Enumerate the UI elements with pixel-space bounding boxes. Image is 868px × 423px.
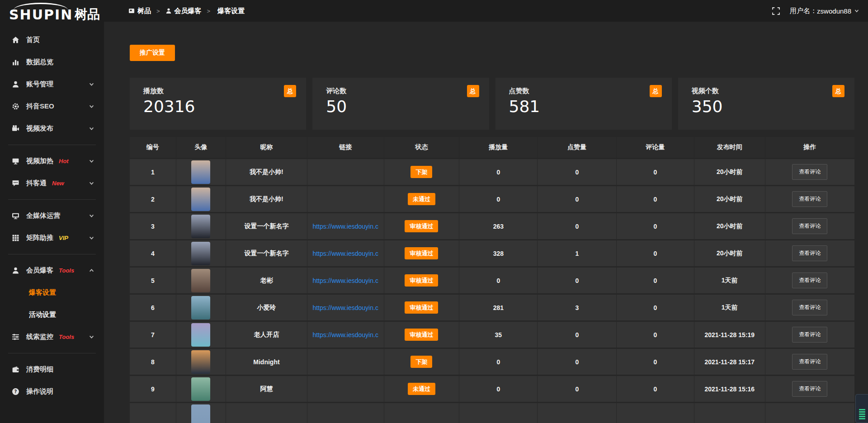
chevron-down-icon [89, 104, 94, 109]
question-circle-icon: ? [12, 388, 19, 395]
plays-cell: 0 [459, 268, 538, 293]
sidebar-item[interactable]: 抖音SEO [0, 95, 104, 118]
chevron-down-icon [854, 9, 859, 13]
stat-value: 50 [326, 97, 478, 116]
view-comments-button[interactable]: 查看评论 [792, 381, 827, 397]
sidebar-item[interactable]: 消费明细 [0, 358, 104, 381]
likes-cell: 0 [538, 186, 617, 212]
row-number-cell: 1 [130, 159, 176, 185]
view-comments-button[interactable]: 查看评论 [792, 354, 827, 370]
comments-cell: 0 [617, 376, 694, 402]
sidebar-item-label: 矩阵助推 [26, 234, 53, 242]
sidebar-item[interactable]: 线索监控Tools [0, 326, 104, 348]
total-badge: 总 [467, 85, 479, 97]
sidebar-item[interactable]: 数据总览 [0, 51, 104, 73]
nickname-cell: 设置一个新名字 [226, 213, 307, 239]
view-comments-button[interactable]: 查看评论 [792, 245, 827, 261]
likes-cell: 3 [538, 295, 617, 320]
promo-settings-button[interactable]: 推广设置 [130, 45, 175, 61]
sidebar-item[interactable]: 矩阵助推VIP [0, 227, 104, 249]
sidebar-item[interactable]: 账号管理 [0, 73, 104, 95]
action-cell: 查看评论 [765, 213, 854, 239]
bar-chart-icon [12, 58, 19, 66]
table-row: 5老彬https://www.iesdouyin.c审核通过0001天前查看评论 [130, 266, 854, 293]
sidebar-item[interactable]: 会员爆客Tools [0, 259, 104, 282]
link-cell [307, 159, 384, 185]
avatar-cell [176, 268, 226, 293]
wallet-icon [12, 366, 19, 373]
sidebar-item-badge: VIP [59, 235, 68, 241]
view-comments-button[interactable]: 查看评论 [792, 218, 827, 234]
view-comments-button[interactable]: 查看评论 [792, 191, 827, 207]
sidebar-subitem[interactable]: 活动设置 [0, 304, 104, 326]
sidebar-item-label: 首页 [26, 36, 40, 44]
table-row: 2我不是小帅!未通过00020小时前查看评论 [130, 185, 854, 212]
nickname-cell: 阿慧 [226, 376, 307, 402]
home-icon [12, 36, 19, 44]
tv-icon [12, 157, 19, 165]
status-badge: 审核通过 [405, 301, 438, 314]
avatar-cell [176, 322, 226, 348]
avatar-cell [176, 295, 226, 320]
likes-cell: 0 [538, 213, 617, 239]
sidebar-item[interactable]: 视频加热Hot [0, 150, 104, 172]
sidebar-item[interactable]: 全媒体运营 [0, 205, 104, 227]
user-icon [12, 267, 19, 274]
view-comments-button[interactable]: 查看评论 [792, 300, 827, 315]
sidebar-subitem[interactable]: 爆客设置 [0, 282, 104, 304]
main-content: 推广设置 播放数20316总评论数50总点赞数581总视频个数350总 编号头像… [104, 0, 868, 423]
video-link[interactable]: https://www.iesdouyin.c [312, 223, 378, 230]
sidebar-nav: 首页数据总览账号管理抖音SEO视频发布视频加热Hot抖客通New全媒体运营矩阵助… [0, 29, 104, 403]
fullscreen-icon[interactable] [772, 7, 780, 15]
status-cell: 未通过 [384, 186, 460, 212]
likes-cell: 0 [538, 159, 617, 185]
avatar-cell [176, 349, 226, 375]
row-number-cell: 2 [130, 186, 176, 212]
sidebar-item[interactable]: 抖客通New [0, 172, 104, 194]
sidebar-item[interactable]: 首页 [0, 29, 104, 51]
video-link[interactable]: https://www.iesdouyin.c [312, 250, 378, 257]
publish-time-cell: 20小时前 [694, 240, 765, 266]
stats-row: 播放数20316总评论数50总点赞数581总视频个数350总 [130, 78, 854, 130]
plays-cell: 281 [459, 295, 538, 320]
status-cell: 未通过 [384, 376, 460, 402]
breadcrumb-item-member[interactable]: 会员爆客 [165, 7, 202, 15]
table-header-cell: 点赞量 [538, 137, 617, 158]
comments-cell: 0 [617, 349, 694, 375]
breadcrumb-item-shupin[interactable]: 树品 [128, 7, 151, 15]
avatar-cell [176, 186, 226, 212]
plays-cell: 0 [459, 159, 538, 185]
link-cell: https://www.iesdouyin.c [307, 322, 384, 348]
action-cell: 查看评论 [765, 186, 854, 212]
link-cell: https://www.iesdouyin.c [307, 213, 384, 239]
plays-cell: 0 [459, 186, 538, 212]
video-link[interactable]: https://www.iesdouyin.c [312, 304, 378, 311]
plays-cell: 0 [459, 349, 538, 375]
view-comments-button[interactable]: 查看评论 [792, 164, 827, 180]
table-row: 6小爱玲https://www.iesdouyin.c审核通过281301天前查… [130, 293, 854, 320]
video-link[interactable]: https://www.iesdouyin.c [312, 277, 378, 284]
status-badge: 审核通过 [405, 329, 438, 341]
sidebar-item[interactable]: 视频发布 [0, 118, 104, 140]
stat-label: 点赞数 [509, 87, 661, 95]
publish-time-cell [694, 403, 765, 423]
floating-toolbar-widget[interactable] [855, 394, 868, 423]
sidebar-item[interactable]: ?操作说明 [0, 381, 104, 403]
stat-label: 评论数 [326, 87, 478, 95]
publish-time-cell: 1天前 [694, 295, 765, 320]
user-menu[interactable]: 用户名： zswodun88 [790, 7, 859, 15]
nickname-cell: 小爱玲 [226, 295, 307, 320]
video-link[interactable]: https://www.iesdouyin.c [312, 331, 378, 338]
table-row: 3设置一个新名字https://www.iesdouyin.c审核通过26300… [130, 212, 854, 239]
sidebar-divider [0, 194, 104, 205]
chevron-down-icon [89, 334, 94, 339]
sidebar-item-label: 操作说明 [26, 387, 53, 396]
avatar-cell [176, 213, 226, 239]
view-comments-button[interactable]: 查看评论 [792, 327, 827, 343]
chevron-down-icon [89, 82, 94, 87]
sidebar-item-badge: Tools [59, 267, 74, 274]
status-cell [384, 403, 460, 423]
view-comments-button[interactable]: 查看评论 [792, 273, 827, 288]
comments-cell: 0 [617, 159, 694, 185]
sliders-icon [12, 333, 19, 341]
